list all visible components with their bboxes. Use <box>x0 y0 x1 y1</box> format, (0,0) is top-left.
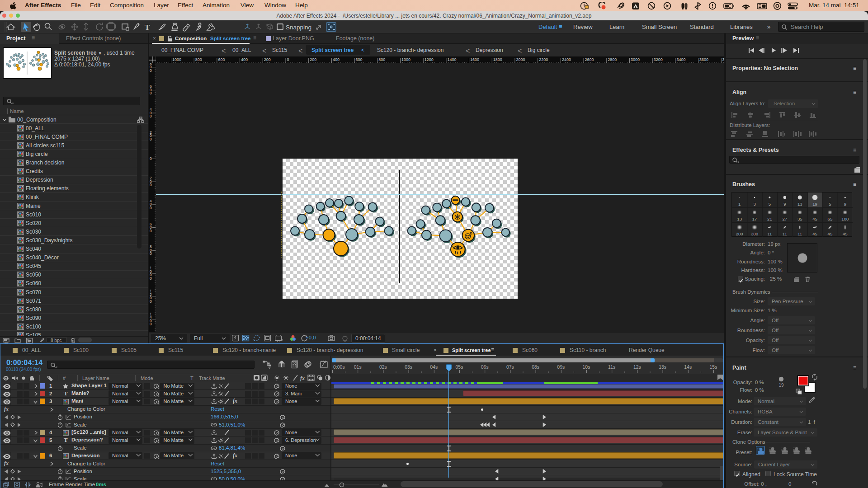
svg-text:2600: 2600 <box>585 57 594 62</box>
svg-text:Snapping: Snapping <box>286 24 311 31</box>
svg-text:2200: 2200 <box>539 57 548 62</box>
svg-text:fx: fx <box>300 375 305 381</box>
svg-text:300: 300 <box>751 231 758 236</box>
svg-text:200: 200 <box>736 231 743 236</box>
svg-text:9: 9 <box>844 202 846 206</box>
svg-text:0: 0 <box>150 206 152 210</box>
svg-text:3600: 3600 <box>699 57 708 62</box>
svg-text:0: 0 <box>150 91 152 95</box>
svg-text:800: 800 <box>195 57 202 62</box>
svg-text:600: 600 <box>356 57 363 62</box>
svg-text:0: 0 <box>150 276 152 281</box>
svg-text:100: 100 <box>841 216 849 221</box>
svg-text:11: 11 <box>797 231 802 236</box>
svg-text:9: 9 <box>783 202 786 206</box>
svg-text:0: 0 <box>150 68 152 73</box>
svg-text:45: 45 <box>812 231 817 236</box>
svg-text:0: 0 <box>150 251 152 256</box>
svg-text:1600: 1600 <box>470 57 479 62</box>
svg-text:1000: 1000 <box>172 57 181 62</box>
svg-text:600: 600 <box>218 57 225 62</box>
svg-text:T: T <box>145 23 150 32</box>
svg-text:1800: 1800 <box>493 57 502 62</box>
svg-text:1: 1 <box>738 202 741 206</box>
svg-text:13: 13 <box>737 216 742 221</box>
svg-text:2400: 2400 <box>562 57 571 62</box>
svg-text:21: 21 <box>767 216 772 221</box>
svg-text:0: 0 <box>150 322 152 326</box>
svg-text:45: 45 <box>843 231 848 236</box>
svg-text:0: 0 <box>150 156 152 161</box>
svg-text:800: 800 <box>378 57 385 62</box>
svg-text:3200: 3200 <box>654 57 663 62</box>
svg-text:1000: 1000 <box>401 57 410 62</box>
svg-text:200: 200 <box>310 57 316 62</box>
svg-text:0: 0 <box>150 137 152 141</box>
svg-text:2800: 2800 <box>608 57 617 62</box>
svg-text:3400: 3400 <box>676 57 685 62</box>
svg-text:11: 11 <box>767 231 772 236</box>
svg-text:3: 3 <box>753 202 755 206</box>
svg-text:65: 65 <box>828 216 833 221</box>
svg-text:0: 0 <box>287 57 289 62</box>
svg-text:35: 35 <box>797 216 802 221</box>
svg-text:2000: 2000 <box>516 57 525 62</box>
svg-text:400: 400 <box>333 57 340 62</box>
svg-text:0: 0 <box>150 183 152 187</box>
svg-text:5: 5 <box>769 202 771 206</box>
svg-text:3800: 3800 <box>722 57 724 62</box>
svg-text:19: 19 <box>812 202 817 206</box>
svg-text:13: 13 <box>797 202 802 206</box>
svg-text:45: 45 <box>812 216 817 221</box>
svg-text:19: 19 <box>778 383 784 388</box>
svg-text:1200: 1200 <box>425 57 434 62</box>
svg-text:400: 400 <box>241 57 248 62</box>
svg-text:5: 5 <box>829 202 831 206</box>
svg-text:1400: 1400 <box>447 57 456 62</box>
svg-text:45: 45 <box>828 231 833 236</box>
svg-text:3000: 3000 <box>631 57 640 62</box>
svg-text:0: 0 <box>150 229 152 233</box>
svg-text:27: 27 <box>783 216 788 221</box>
svg-text:17: 17 <box>752 216 757 221</box>
svg-text:200: 200 <box>264 57 271 62</box>
svg-text:11: 11 <box>783 231 787 236</box>
svg-text:0: 0 <box>150 299 152 304</box>
svg-text:0: 0 <box>150 114 152 118</box>
